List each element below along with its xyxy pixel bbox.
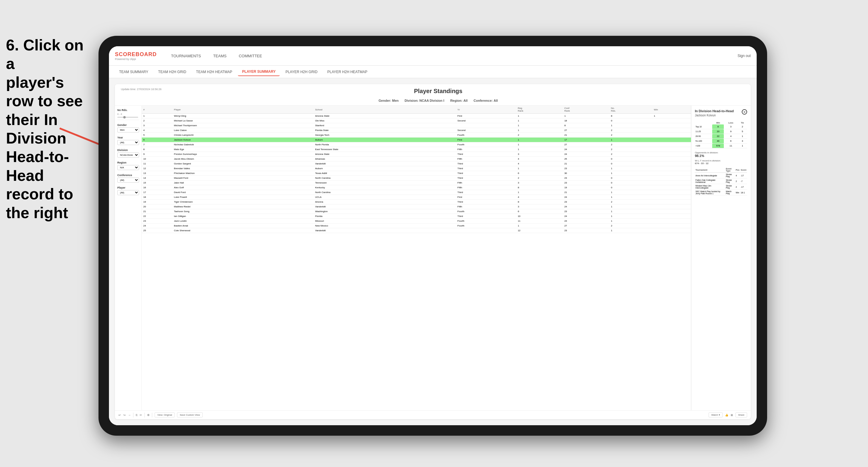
tab-team-h2h-heatmap[interactable]: TEAM H2H HEATMAP (192, 68, 237, 76)
copy-icon[interactable]: ⎘ (136, 413, 137, 416)
table-row[interactable]: 17 David Ford North Carolina Third 1 21 … (142, 190, 691, 195)
grid-icon[interactable]: ⊞ (731, 413, 733, 416)
table-row[interactable]: 15 Jake Hall Tennessee Fifth 3 23 0 (142, 181, 691, 185)
cell-school: Georgia Tech (314, 133, 456, 137)
tab-team-summary[interactable]: TEAM SUMMARY (115, 68, 153, 76)
panel-title: Player Standings (161, 88, 715, 95)
thumbs-up-icon[interactable]: 👍 (725, 413, 728, 416)
cell-rds: 1 (610, 137, 652, 142)
year-select[interactable]: (All) (117, 140, 139, 145)
table-row[interactable]: 21 Taehoon Song Washington Fourth 6 23 1 (142, 209, 691, 214)
table-row[interactable]: 10 Jacob Mou-Olesen Arkansas Fifth 4 25 … (142, 157, 691, 161)
settings-icon[interactable]: ⚙ (147, 413, 150, 416)
scissors-icon[interactable]: ✂ (140, 413, 142, 416)
h2h-loss-cell: 4 (724, 134, 738, 139)
cell-school: Missouri (314, 219, 456, 223)
col-reg-rank: RegRank (516, 106, 563, 114)
player-select[interactable]: (All) (117, 190, 139, 195)
table-row[interactable]: 1 Wenyi Ding Arizona State First 1 1 8 1 (142, 114, 691, 119)
table-area: # Player School Yr RegRank ConfRank No.R… (142, 106, 691, 410)
h2h-range-label: Top 10 (695, 124, 712, 129)
conference-select[interactable]: (All) (117, 178, 139, 183)
table-row[interactable]: 6 Jackson Koivun Auburn First 1 17 1 (142, 137, 691, 142)
tournament-table: Tournament Event Type Pos Score Amer Ari… (695, 167, 747, 195)
cell-conf: 25 (563, 157, 610, 161)
table-row[interactable]: 8 Mats Ege East Tennessee State Fifth 1 … (142, 147, 691, 152)
tab-player-h2h-heatmap[interactable]: PLAYER H2H HEATMAP (323, 68, 372, 76)
share-btn[interactable]: Share (736, 412, 747, 417)
nav-committee[interactable]: COMMITTEE (234, 51, 268, 61)
table-row[interactable]: 20 Matthew Riedel Vanderbilt Fifth 3 24 … (142, 205, 691, 209)
table-row[interactable]: 11 Gordon Sargent Vanderbilt Third 4 21 … (142, 161, 691, 166)
cell-rds: 0 (610, 181, 652, 185)
cell-yr: Third (456, 171, 516, 176)
table-row[interactable]: 19 Tiger Christensen Arizona Third 8 23 … (142, 199, 691, 205)
rds-slider[interactable] (117, 117, 138, 118)
sign-out-link[interactable]: Sign out (738, 54, 751, 58)
nav-teams[interactable]: TEAMS (208, 51, 232, 61)
region-select[interactable]: N/A (117, 165, 139, 170)
cell-rds: 0 (610, 157, 652, 161)
cell-school: Auburn (314, 166, 456, 171)
cell-conf: 23 (563, 181, 610, 185)
cell-player: Nicholas Gabrelcik (173, 142, 314, 147)
cell-school: North Florida (314, 142, 456, 147)
nav-tournaments[interactable]: TOURNAMENTS (166, 51, 206, 61)
save-custom-btn[interactable]: Save Custom View (177, 412, 203, 417)
cell-conf: 23 (563, 176, 610, 181)
table-row[interactable]: 13 Phichaksn Maichon Texas A&M Third 6 3… (142, 171, 691, 176)
tab-player-summary[interactable]: PLAYER SUMMARY (238, 68, 280, 76)
table-row[interactable]: 24 Bastien Amat New Mexico Fourth 1 27 2 (142, 223, 691, 228)
forward-icon[interactable]: → (128, 413, 131, 416)
cell-rds: 2 (610, 133, 652, 137)
tab-player-h2h-grid[interactable]: PLAYER H2H GRID (281, 68, 321, 76)
table-row[interactable]: 16 Alex Goff Kentucky Fifth 8 19 0 (142, 185, 691, 190)
table-row[interactable]: 3 Michael Thorbjornsen Stanford 1 8 1 (142, 123, 691, 128)
cell-rank: 1 (142, 114, 173, 119)
cell-reg: 6 (516, 171, 563, 176)
table-row[interactable]: 5 Christo Lamprecht Georgia Tech Fourth … (142, 133, 691, 137)
cell-player: Christo Lamprecht (173, 133, 314, 137)
col-no-rds: No.Rds. (610, 106, 652, 114)
table-row[interactable]: 14 Maxwell Ford North Carolina Third 2 2… (142, 176, 691, 181)
gender-filter: Gender Men (117, 124, 139, 132)
table-row[interactable]: 23 Jack Lundin Missouri Fourth 11 24 1 (142, 219, 691, 223)
cell-rds: 0 (610, 185, 652, 190)
table-row[interactable]: 22 Ian Gilligan Florida Third 10 24 1 (142, 214, 691, 219)
tournament-row: Mirabel Maui Jim Intercollegiate Stroke … (695, 184, 747, 190)
table-row[interactable]: 9 Preston Summerhays Arizona State Third… (142, 152, 691, 157)
cell-player: Phichaksn Maichon (173, 171, 314, 176)
cell-school: New Mexico (314, 223, 456, 228)
t-type: Stroke Play (725, 173, 735, 179)
cell-player: Luke Claton (173, 128, 314, 133)
undo-icon[interactable]: ↩ (119, 413, 121, 416)
gender-select[interactable]: Men (117, 127, 139, 132)
h2h-panel: In Division Head-to-Head Jackson Koivun … (691, 106, 751, 410)
cell-yr (456, 123, 516, 128)
cell-yr: Fourth (456, 223, 516, 228)
cell-school: Washington (314, 209, 456, 214)
redo-icon[interactable]: ↪ (123, 413, 126, 416)
cell-conf: 8 (563, 123, 610, 128)
division-select[interactable]: NCAA Division I (117, 153, 139, 158)
cell-rds: 1 (610, 171, 652, 176)
h2h-loss-cell: 6 (724, 139, 738, 144)
table-row[interactable]: 4 Luke Claton Florida State Second 1 27 … (142, 128, 691, 133)
tab-team-h2h-grid[interactable]: TEAM H2H GRID (154, 68, 190, 76)
panel-body: No Rds. 6 - 6 Gender Men (115, 106, 751, 410)
table-row[interactable]: 18 Luke Powell UCLA First 4 24 1 (142, 195, 691, 199)
table-row[interactable]: 2 Michael La Sasse Ole Miss Second 1 18 … (142, 119, 691, 123)
cell-rds: 2 (610, 147, 652, 152)
h2h-wlt-row: W-L-T record in-division: 674 - 33 - 12 (695, 159, 747, 165)
cell-player: Wenyi Ding (173, 114, 314, 119)
t-pos: 4 (735, 173, 740, 179)
h2h-close-button[interactable]: ✕ (742, 109, 747, 115)
table-row[interactable]: 25 Cole Sherwood Vanderbilt 12 23 1 (142, 228, 691, 233)
cell-rds: 2 (610, 128, 652, 133)
cell-win (652, 190, 691, 195)
watch-btn[interactable]: Watch ▾ (709, 412, 723, 417)
table-row[interactable]: 7 Nicholas Gabrelcik North Florida Fourt… (142, 142, 691, 147)
view-original-btn[interactable]: View: Original (155, 412, 175, 417)
cell-reg: 1 (516, 166, 563, 171)
table-row[interactable]: 12 Brendan Valles Auburn Third 1 23 1 (142, 166, 691, 171)
